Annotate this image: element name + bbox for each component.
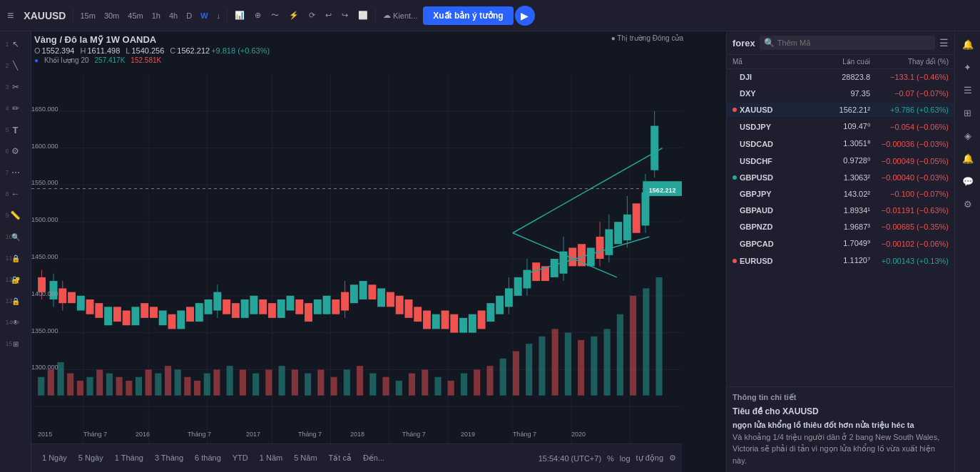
watchlist-row[interactable]: GBPJPY 143.02² −0.100 (−0.07%) (727, 186, 954, 202)
tf-1h[interactable]: 1h (148, 9, 164, 22)
tool-measure[interactable]: 9 📏 (4, 205, 27, 225)
tf-1year[interactable]: 1 Năm (255, 451, 287, 465)
svg-rect-56 (448, 381, 454, 396)
svg-rect-98 (232, 303, 240, 318)
svg-rect-124 (459, 318, 467, 333)
far-chat-icon[interactable]: 💬 (958, 171, 978, 191)
chart-title: Vàng / Đô la Mỹ 1W OANDA (34, 34, 270, 45)
svg-rect-23 (67, 374, 73, 396)
chart-type-btn[interactable]: 📊 (230, 8, 249, 23)
tool-grid[interactable]: 15 ⊞ (4, 334, 27, 354)
tool-patterns[interactable]: 6 ⚙ (4, 141, 27, 161)
menu-button[interactable]: ≡ (3, 6, 18, 25)
fullscreen-btn[interactable]: ⬜ (354, 8, 372, 23)
svg-rect-84 (113, 307, 121, 322)
change-val: +9.818 (+0.63%) (211, 46, 270, 55)
watchlist: DJI 28823.8 −133.1 (−0.46%) DXY 97.35 −0… (727, 69, 954, 386)
cloud-icon: ☁ (383, 11, 391, 20)
tf-6month[interactable]: 6 tháng (190, 451, 226, 465)
log-btn[interactable]: log (620, 454, 631, 463)
publish-button[interactable]: Xuất bản ý tưởng (423, 6, 513, 25)
svg-rect-51 (382, 377, 389, 396)
tool-lock1[interactable]: 11 🔒 (4, 248, 27, 268)
tool-pen[interactable]: 4 ✏ (4, 98, 27, 118)
tool-eye[interactable]: 14 👁 (4, 312, 27, 332)
watchlist-row[interactable]: DXY 97.35 −0.07 (−0.07%) (727, 86, 954, 102)
far-diamond-icon[interactable]: ◈ (958, 125, 978, 145)
far-bell-icon[interactable]: 🔔 (958, 34, 978, 54)
tool-lock2[interactable]: 12 🔐 (4, 270, 27, 289)
watchlist-row[interactable]: GBPAUD 1.8934¹ −0.01191 (−0.63%) (727, 202, 954, 219)
svg-rect-99 (241, 299, 249, 318)
undo-icon: ↩ (325, 11, 332, 20)
svg-rect-28 (116, 377, 123, 396)
tool-zoom[interactable]: 10 🔍 (4, 227, 27, 247)
far-list-icon[interactable]: ☰ (958, 80, 978, 100)
list-icon[interactable]: ☰ (939, 37, 949, 48)
percent-btn[interactable]: % (607, 454, 614, 463)
watchlist-row[interactable]: DJI 28823.8 −133.1 (−0.46%) (727, 69, 954, 86)
watchlist-row[interactable]: XAUUSD 1562.21² +9.786 (+0.63%) (727, 102, 954, 118)
tool-tools[interactable]: 7 ⋯ (4, 163, 27, 183)
market-closed-badge: ● Thị trường Đóng cửa (611, 34, 683, 42)
far-settings-icon[interactable]: ⚙ (958, 194, 978, 214)
tf-4h[interactable]: 4h (165, 9, 181, 22)
svg-rect-126 (478, 311, 486, 329)
tf-1day[interactable]: 1 Ngày (37, 451, 72, 465)
tf-all[interactable]: Tất cả (324, 451, 357, 465)
chart-area[interactable]: Vàng / Đô la Mỹ 1W OANDA O 1552.394 H 16… (31, 31, 726, 472)
tool-crosshair[interactable]: 2 ╲ (4, 56, 27, 76)
tf-15m[interactable]: 15m (76, 9, 98, 22)
tool-lock3[interactable]: 13 🔒 (4, 291, 27, 311)
search-box[interactable]: 🔍 (760, 36, 935, 50)
svg-rect-86 (131, 307, 139, 325)
add-indicator-btn[interactable]: ⊕ (250, 8, 265, 23)
tf-goto[interactable]: Đến... (358, 451, 389, 465)
price-chart[interactable]: 1562.212 2015 Tháng 7 2016 Tháng 7 2017 … (31, 74, 682, 443)
compare-btn[interactable]: 〜 (267, 7, 283, 24)
redo-btn[interactable]: ↪ (337, 8, 352, 23)
far-grid-icon[interactable]: ⊞ (958, 103, 978, 123)
tf-1month[interactable]: 1 Tháng (110, 451, 148, 465)
text-icon: T (13, 125, 19, 135)
watchlist-row[interactable]: USDJPY 109.47⁰ −0.054 (−0.06%) (727, 118, 954, 135)
watchlist-row[interactable]: USDCAD 1.3051⁸ −0.00036 (−0.03%) (727, 135, 954, 153)
tf-5year[interactable]: 5 Năm (289, 451, 322, 465)
tf-3month[interactable]: 3 Tháng (150, 451, 188, 465)
row-price: 28823.8 (813, 73, 870, 81)
settings-icon[interactable]: ⚙ (669, 453, 676, 463)
alert-btn[interactable]: ⚡ (285, 8, 303, 23)
tf-ytd[interactable]: YTD (228, 451, 253, 465)
tf-dropdown[interactable]: ↓ (213, 9, 225, 22)
tool-cursor[interactable]: 1 ↖ (4, 34, 27, 54)
tf-w[interactable]: W (197, 9, 211, 22)
watchlist-row[interactable]: GBPUSD 1.3063² −0.00040 (−0.03%) (727, 170, 954, 186)
tf-30m[interactable]: 30m (101, 9, 123, 22)
tool-back[interactable]: 8 ← (4, 184, 27, 204)
svg-rect-92 (186, 307, 194, 322)
tf-5day[interactable]: 5 Ngày (73, 451, 108, 465)
far-bell2-icon[interactable]: 🔔 (958, 148, 978, 168)
tool-text[interactable]: 5 T (4, 120, 27, 140)
tool-scissors[interactable]: 3 ✂ (4, 77, 27, 97)
cursor-icon: ↖ (12, 39, 19, 49)
kientruc-btn[interactable]: ☁ Kient... (379, 8, 422, 23)
auto-btn[interactable]: tự động (636, 453, 663, 463)
tf-45m[interactable]: 45m (124, 9, 146, 22)
watchlist-row[interactable]: GBPNZD 1.9687³ −0.00685 (−0.35%) (727, 219, 954, 235)
row-price: 97.35 (813, 89, 870, 98)
watchlist-row[interactable]: USDCHF 0.9728⁰ −0.00049 (−0.05%) (727, 153, 954, 170)
watchlist-row[interactable]: EURUSD 1.1120⁷ +0.00143 (+0.13%) (727, 252, 954, 270)
row-change: −0.01191 (−0.63%) (870, 206, 949, 215)
tf-d[interactable]: D (183, 9, 195, 22)
svg-rect-69 (617, 314, 623, 396)
watchlist-row[interactable]: GBPCAD 1.7049⁹ −0.00102 (−0.06%) (727, 235, 954, 252)
search-input[interactable] (777, 39, 834, 47)
row-symbol: USDCAD (733, 140, 813, 148)
replay-btn[interactable]: ⟳ (305, 8, 320, 23)
open-label: O (34, 46, 41, 55)
row-symbol: GBPJPY (733, 190, 813, 198)
undo-btn[interactable]: ↩ (321, 8, 336, 23)
far-star-icon[interactable]: ✦ (958, 57, 978, 77)
play-button[interactable]: ▶ (515, 6, 535, 26)
